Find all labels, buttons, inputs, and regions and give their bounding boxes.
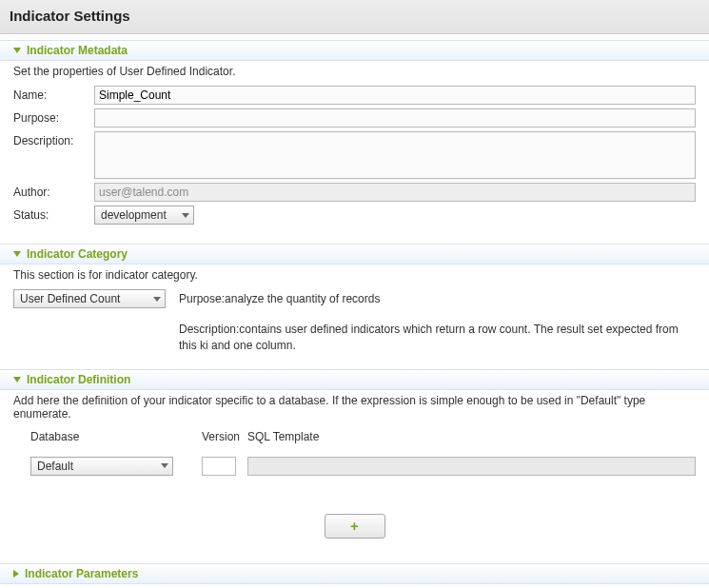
category-description-block: Description:contains user defined indica… [179,322,696,354]
status-label: Status: [13,206,94,222]
chevron-down-icon [182,213,189,218]
version-input[interactable] [202,457,236,476]
category-description-text: This section is for indicator category. [13,268,696,282]
category-description-value: contains user defined indicators which r… [179,323,679,352]
col-header-version: Version [202,430,247,443]
section-parameters: Indicator Parameters [0,563,709,584]
status-select-value: development [101,208,167,222]
chevron-down-icon [13,48,21,53]
col-header-sql: SQL Template [247,430,319,443]
section-definition-title: Indicator Definition [27,373,130,386]
section-metadata-title: Indicator Metadata [27,44,128,57]
chevron-down-icon [161,463,168,468]
category-purpose-label: Purpose: [179,292,225,305]
category-purpose-value: analyze the quantity of records [225,292,380,305]
category-description-label: Description: [179,323,239,336]
sql-template-input[interactable] [247,457,696,476]
author-input [94,183,696,202]
database-select[interactable]: Default [30,457,173,476]
section-parameters-header[interactable]: Indicator Parameters [0,563,709,584]
section-definition: Indicator Definition Add here the defini… [0,369,709,558]
database-select-value: Default [37,460,73,473]
section-parameters-title: Indicator Parameters [25,567,138,580]
add-button[interactable]: + [325,514,385,539]
description-textarea[interactable] [94,131,696,179]
name-label: Name: [13,86,94,102]
definition-column-headers: Database Version SQL Template [30,430,696,443]
page-title: Indicator Settings [10,8,699,24]
section-category-header[interactable]: Indicator Category [0,244,709,265]
metadata-description-text: Set the properties of User Defined Indic… [13,65,696,78]
section-metadata: Indicator Metadata Set the properties of… [0,40,709,238]
category-select-value: User Defined Count [20,292,120,305]
col-header-database: Database [30,430,202,443]
description-label: Description: [13,131,94,147]
section-category: Indicator Category This section is for i… [0,244,709,363]
chevron-down-icon [13,251,21,257]
plus-icon: + [350,519,359,533]
section-definition-header[interactable]: Indicator Definition [0,369,709,390]
definition-description-text: Add here the definition of your indicato… [13,394,696,421]
window-header: Indicator Settings [0,0,709,34]
category-purpose-text: Purpose:analyze the quantity of records [179,289,380,305]
chevron-down-icon [153,297,161,302]
section-category-title: Indicator Category [27,247,128,261]
chevron-down-icon [13,377,21,382]
definition-row: Default [30,457,696,476]
category-select[interactable]: User Defined Count [13,289,166,308]
purpose-label: Purpose: [13,108,94,125]
name-input[interactable] [94,86,696,105]
status-select[interactable]: development [94,206,194,225]
section-metadata-header[interactable]: Indicator Metadata [0,40,709,61]
author-label: Author: [13,183,94,199]
chevron-right-icon [13,570,19,578]
purpose-input[interactable] [94,108,696,127]
